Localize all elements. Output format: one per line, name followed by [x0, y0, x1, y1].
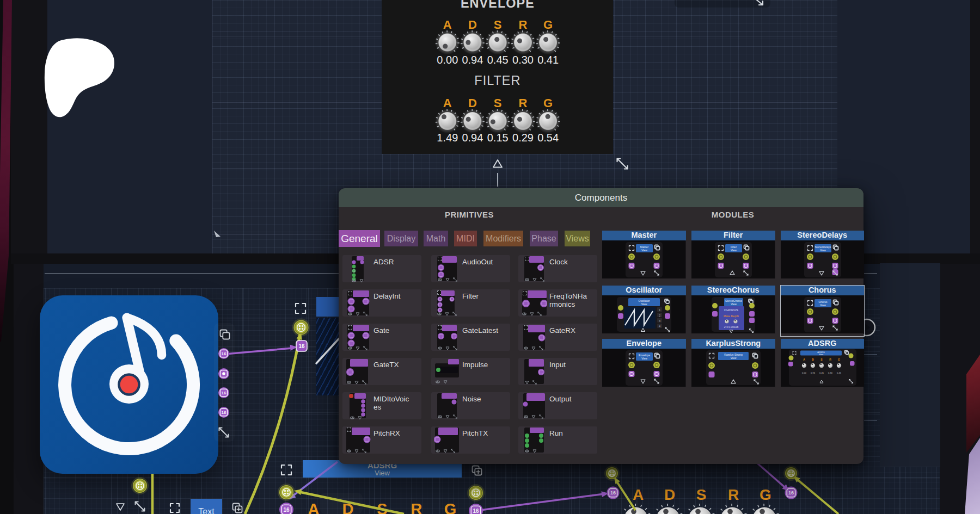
- svg-text:D: D: [812, 358, 814, 361]
- svg-text:3: 3: [659, 319, 660, 322]
- svg-text:16: 16: [298, 343, 305, 349]
- svg-text:16: 16: [283, 507, 290, 513]
- svg-text:CHORUS: CHORUS: [724, 308, 738, 312]
- svg-text:View: View: [818, 353, 823, 355]
- svg-text:View: View: [731, 356, 737, 359]
- svg-text:1: 1: [659, 308, 660, 311]
- svg-text:4: 4: [659, 324, 660, 327]
- svg-text:16: 16: [222, 410, 226, 415]
- svg-text:0.45: 0.45: [819, 371, 824, 374]
- svg-text:0.94: 0.94: [811, 371, 816, 374]
- svg-text:16: 16: [788, 490, 794, 496]
- svg-text:0.00: 0.00: [802, 371, 807, 374]
- svg-text:16: 16: [473, 508, 479, 514]
- svg-text:View: View: [641, 302, 647, 305]
- svg-text:2: 2: [659, 313, 660, 317]
- svg-text:View: View: [731, 248, 737, 251]
- svg-text:16: 16: [222, 391, 226, 395]
- svg-text:0.41: 0.41: [837, 371, 842, 374]
- svg-text:R: R: [829, 358, 831, 361]
- svg-text:View: View: [641, 356, 647, 360]
- svg-text:G: G: [838, 358, 840, 361]
- svg-text:A: A: [803, 358, 805, 361]
- svg-text:Rate Depth: Rate Depth: [724, 314, 739, 318]
- svg-text:2:4 0.00028: 2:4 0.00028: [724, 325, 739, 329]
- svg-text:16: 16: [222, 351, 226, 356]
- svg-text:View: View: [641, 248, 647, 251]
- svg-text:16: 16: [610, 490, 616, 496]
- svg-text:View: View: [731, 302, 737, 305]
- svg-text:0.30: 0.30: [828, 371, 833, 374]
- svg-text:View: View: [820, 248, 826, 251]
